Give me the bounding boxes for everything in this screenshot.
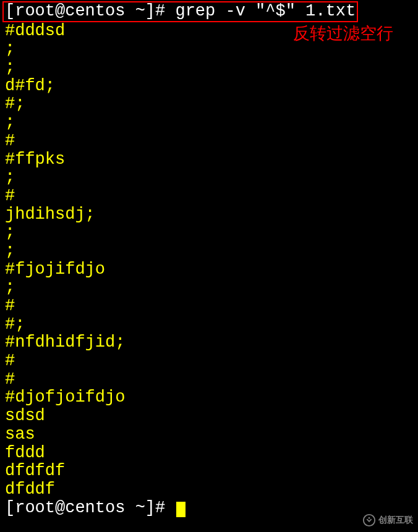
prompt-text: [root@centos ~]#	[5, 499, 175, 517]
command-line-highlighted: [root@centos ~]# grep -v "^$" 1.txt	[5, 1, 413, 22]
output-line: d#fd;	[5, 77, 413, 96]
output-line: ;	[5, 114, 413, 132]
watermark-text: 创新互联	[378, 515, 413, 526]
output-line: sas	[5, 426, 413, 444]
output-line: ;	[5, 242, 413, 261]
watermark: 创新互联	[362, 513, 413, 527]
prompt-prefix: [root@centos ~]#	[5, 2, 175, 20]
output-line: jhdihsdj;	[5, 206, 413, 224]
output-line: #	[5, 187, 413, 206]
output-line: #nfdhidfjid;	[5, 334, 413, 352]
output-line: ;	[5, 59, 413, 77]
output-line: sdsd	[5, 407, 413, 426]
terminal-output: #dddsd;;d#fd;#;;##ffpks;#jhdihsdj;;;#fjo…	[5, 22, 413, 499]
terminal-window[interactable]: [root@centos ~]# grep -v "^$" 1.txt #ddd…	[0, 0, 418, 532]
output-line: #fjojifdjo	[5, 261, 413, 279]
output-line: #;	[5, 95, 413, 114]
output-line: ;	[5, 224, 413, 242]
terminal-cursor	[176, 502, 186, 517]
output-line: #	[5, 352, 413, 371]
prompt-line: [root@centos ~]#	[5, 499, 413, 518]
output-line: #;	[5, 316, 413, 334]
output-line: fddd	[5, 444, 413, 463]
svg-point-0	[364, 515, 375, 526]
output-line: #	[5, 132, 413, 151]
command-text: grep -v "^$" 1.txt	[175, 2, 356, 20]
output-line: ;	[5, 279, 413, 297]
output-line: dfdfdf	[5, 462, 413, 481]
output-line: dfddf	[5, 481, 413, 499]
annotation-label: 反转过滤空行	[293, 22, 393, 44]
svg-point-1	[369, 517, 370, 519]
output-line: #djofjoifdjo	[5, 389, 413, 407]
watermark-icon	[362, 513, 376, 527]
output-line: #	[5, 371, 413, 389]
output-line: ;	[5, 169, 413, 187]
output-line: #	[5, 297, 413, 316]
output-line: #ffpks	[5, 151, 413, 169]
